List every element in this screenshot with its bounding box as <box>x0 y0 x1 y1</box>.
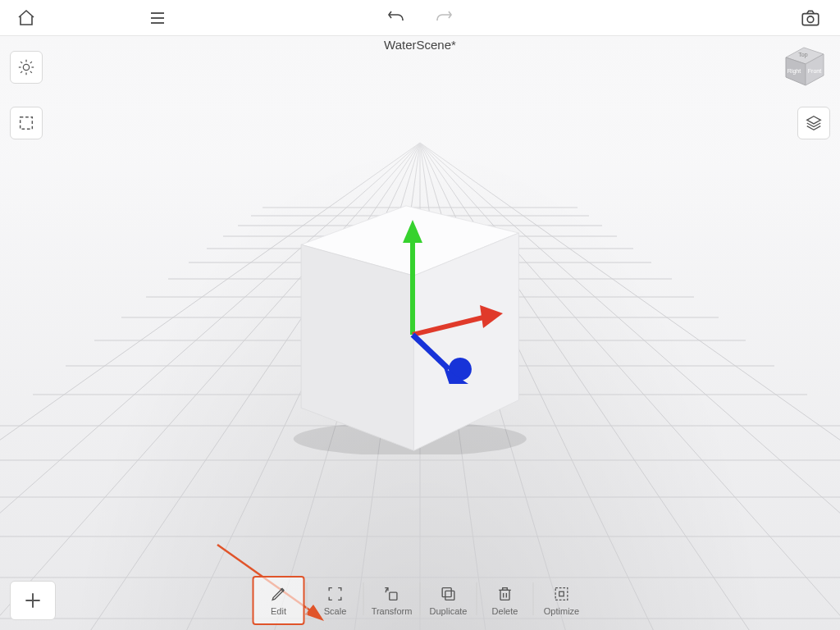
scale-icon <box>326 585 345 603</box>
tool-edit-label: Edit <box>271 606 286 616</box>
separator <box>533 582 534 615</box>
tool-transform[interactable]: Transform <box>366 576 418 625</box>
transform-icon <box>383 585 401 603</box>
svg-point-51 <box>23 64 29 70</box>
home-icon <box>16 8 36 28</box>
svg-line-57 <box>30 71 32 73</box>
top-bar <box>0 0 840 36</box>
sun-icon <box>17 58 35 76</box>
layers-icon <box>805 114 823 132</box>
undo-icon <box>386 8 406 28</box>
svg-rect-73 <box>555 588 568 600</box>
tool-scale-label: Scale <box>324 606 347 616</box>
svg-point-4 <box>807 16 814 22</box>
lighting-button[interactable] <box>10 51 43 84</box>
camera-button[interactable] <box>794 2 827 34</box>
svg-rect-67 <box>390 592 397 600</box>
redo-button[interactable] <box>427 2 460 34</box>
undo-button[interactable] <box>380 2 413 34</box>
tool-edit[interactable]: Edit <box>253 576 305 625</box>
svg-rect-69 <box>445 591 454 600</box>
tool-delete[interactable]: Delete <box>479 576 532 625</box>
viewcube-front-label: Front <box>808 68 821 74</box>
svg-rect-38 <box>0 36 840 225</box>
separator <box>477 582 477 615</box>
tool-duplicate-label: Duplicate <box>430 606 468 616</box>
bottom-toolbar: Edit Scale Transform Duplicate Delete <box>253 576 588 625</box>
floor-grid <box>0 36 840 630</box>
svg-marker-61 <box>807 116 821 124</box>
separator <box>307 582 308 615</box>
frame-icon <box>17 114 35 132</box>
svg-rect-3 <box>802 13 819 25</box>
pencil-icon <box>270 585 288 603</box>
svg-line-56 <box>21 62 22 63</box>
trash-icon <box>496 585 514 603</box>
redo-icon <box>434 8 454 28</box>
tool-scale[interactable]: Scale <box>309 576 362 625</box>
menu-button[interactable] <box>141 2 174 34</box>
layers-button[interactable] <box>797 107 830 139</box>
tool-optimize[interactable]: Optimize <box>536 576 588 625</box>
svg-line-58 <box>21 71 22 73</box>
svg-line-59 <box>30 62 32 63</box>
tool-delete-label: Delete <box>492 606 518 616</box>
duplicate-icon <box>440 585 458 603</box>
svg-rect-68 <box>442 588 451 597</box>
viewcube-top-label: Top <box>798 52 807 58</box>
plus-icon <box>22 590 43 611</box>
viewport-3d[interactable] <box>0 36 840 630</box>
scene-title: WaterScene* <box>0 38 840 52</box>
separator <box>363 582 364 615</box>
svg-rect-70 <box>500 590 509 600</box>
svg-rect-74 <box>559 591 564 596</box>
tool-duplicate[interactable]: Duplicate <box>422 576 475 625</box>
frame-selection-button[interactable] <box>10 107 43 139</box>
camera-icon <box>800 7 821 29</box>
viewcube-right-label: Right <box>788 68 801 75</box>
svg-rect-60 <box>21 117 33 130</box>
add-object-button[interactable] <box>10 581 56 620</box>
tool-transform-label: Transform <box>372 606 413 616</box>
separator <box>420 582 421 615</box>
home-button[interactable] <box>10 2 43 34</box>
hamburger-icon <box>148 8 167 28</box>
optimize-icon <box>553 585 571 603</box>
tool-optimize-label: Optimize <box>544 606 579 616</box>
